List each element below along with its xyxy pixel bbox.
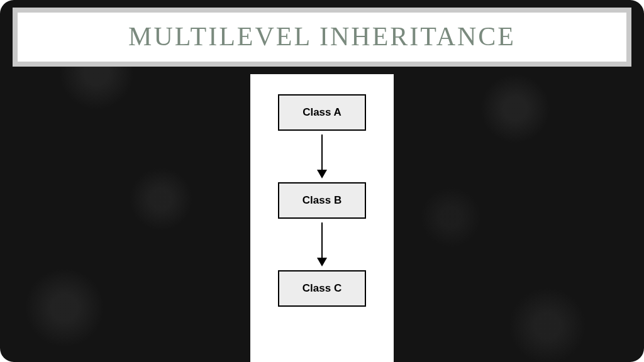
slide: Multilevel Inheritance Class A Class B C… xyxy=(0,0,644,362)
arrow-down-icon xyxy=(321,134,323,177)
class-node-label: Class A xyxy=(303,106,341,119)
slide-title: Multilevel Inheritance xyxy=(24,21,620,52)
arrow-down-icon xyxy=(321,222,323,265)
class-node-label: Class B xyxy=(303,194,341,207)
diagram-container: Class A Class B Class C xyxy=(250,74,394,362)
class-node-label: Class C xyxy=(303,282,341,295)
class-node-a: Class A xyxy=(278,94,366,131)
class-node-b: Class B xyxy=(278,182,366,219)
title-inner-frame: Multilevel Inheritance xyxy=(18,13,626,62)
class-node-c: Class C xyxy=(278,270,366,307)
title-outer-frame: Multilevel Inheritance xyxy=(13,8,631,67)
